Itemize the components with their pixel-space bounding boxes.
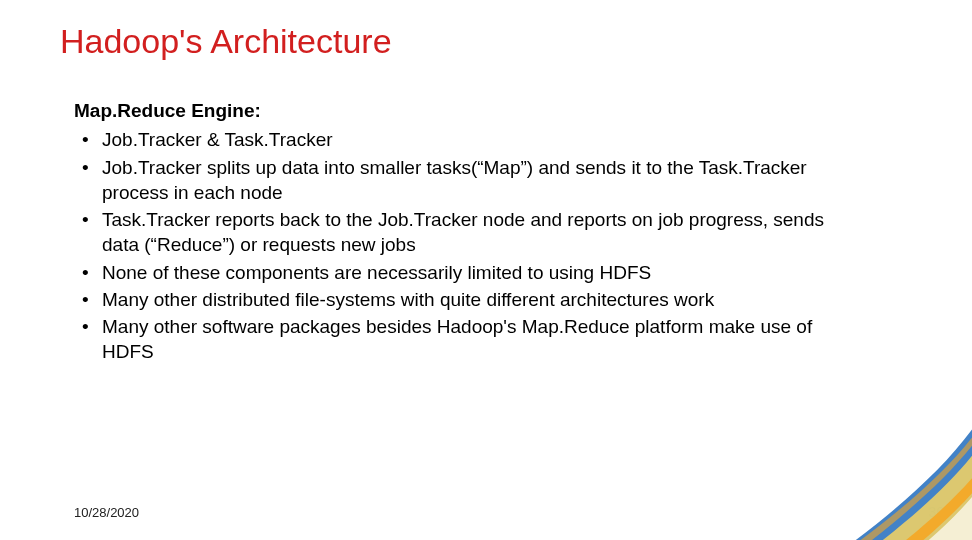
list-item: Task.Tracker reports back to the Job.Tra… [74, 207, 864, 258]
list-item: Job.Tracker & Task.Tracker [74, 127, 864, 152]
bullet-list: Job.Tracker & Task.Tracker Job.Tracker s… [74, 127, 864, 364]
slide: Hadoop's Architecture Map.Reduce Engine:… [0, 0, 972, 540]
list-item: Many other distributed file-systems with… [74, 287, 864, 312]
slide-body: Map.Reduce Engine: Job.Tracker & Task.Tr… [74, 98, 864, 367]
footer-date: 10/28/2020 [74, 505, 139, 520]
list-item: Many other software packages besides Had… [74, 314, 864, 365]
page-number: 36 [928, 504, 944, 520]
list-item: Job.Tracker splits up data into smaller … [74, 155, 864, 206]
list-item: None of these components are necessarily… [74, 260, 864, 285]
body-subheading: Map.Reduce Engine: [74, 98, 864, 123]
slide-title: Hadoop's Architecture [60, 22, 392, 61]
